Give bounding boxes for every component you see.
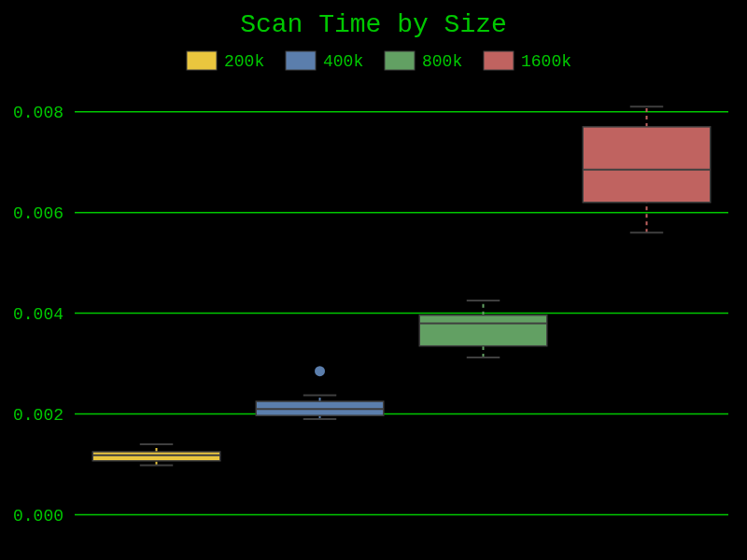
boxplot-800k xyxy=(419,301,547,357)
y-tick-label: 0.006 xyxy=(13,204,63,223)
y-tick-label: 0.004 xyxy=(13,305,63,324)
outlier-point xyxy=(315,366,325,376)
legend-item-400k: 400k xyxy=(286,51,363,71)
legend-swatch-200k xyxy=(187,51,217,70)
y-tick-label: 0.000 xyxy=(13,507,63,525)
boxplot-groups xyxy=(92,106,711,465)
boxplot-1600k xyxy=(583,106,711,232)
boxplot-400k xyxy=(256,366,384,419)
box xyxy=(583,127,711,203)
legend-label-200k: 200k xyxy=(224,52,264,71)
legend-label-1600k: 1600k xyxy=(521,52,571,71)
legend-swatch-800k xyxy=(385,51,415,70)
legend: 200k 400k 800k 1600k xyxy=(187,51,571,71)
box xyxy=(419,315,547,346)
legend-item-1600k: 1600k xyxy=(484,51,571,71)
legend-swatch-400k xyxy=(286,51,316,70)
legend-label-800k: 800k xyxy=(422,52,462,71)
legend-item-200k: 200k xyxy=(187,51,264,71)
legend-item-800k: 800k xyxy=(385,51,462,71)
box xyxy=(92,452,220,461)
legend-label-400k: 400k xyxy=(323,52,363,71)
y-tick-label: 0.008 xyxy=(13,104,63,122)
y-tick-label: 0.002 xyxy=(13,406,63,425)
boxplot-chart: Scan Time by Size 200k 400k 800k 1600k 0… xyxy=(0,0,747,560)
legend-swatch-1600k xyxy=(484,51,514,70)
chart-title: Scan Time by Size xyxy=(240,10,507,39)
boxplot-200k xyxy=(92,444,220,466)
